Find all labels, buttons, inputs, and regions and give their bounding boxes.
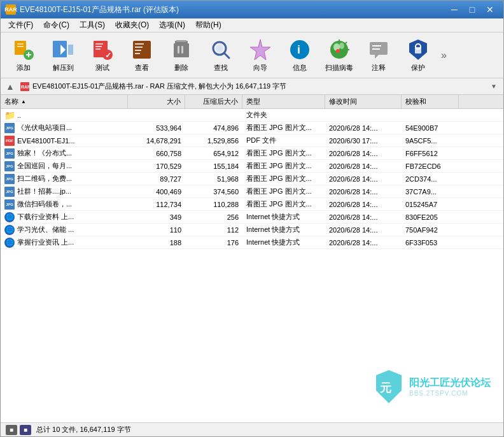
svg-rect-41 (372, 48, 380, 50)
file-list-body[interactable]: 📁 .. 文件夹 JPG 《光伏电站项目... 533,964 474,896 … (1, 109, 503, 422)
menu-favorites[interactable]: 收藏夹(O) (110, 18, 154, 32)
col-header-size[interactable]: 大小 (128, 95, 185, 108)
svg-rect-12 (95, 48, 101, 50)
menu-options[interactable]: 选项(N) (154, 18, 190, 32)
wizard-icon (249, 38, 272, 61)
file-size: 533,964 (128, 124, 185, 132)
svg-text:✓: ✓ (105, 51, 111, 60)
svg-point-33 (339, 43, 344, 49)
menu-file[interactable]: 文件(F) (3, 18, 38, 32)
file-packed: 112 (185, 226, 242, 234)
file-packed: 256 (185, 213, 242, 221)
protect-button[interactable]: 保护 (399, 35, 437, 76)
file-packed: 1,529,856 (185, 137, 242, 145)
file-type: Internet 快捷方式 (242, 225, 325, 234)
find-icon (209, 38, 232, 61)
file-name: 🌐 学习光伏、储能 ... (1, 225, 128, 235)
svg-rect-11 (95, 46, 102, 47)
toolbar-more[interactable]: » (438, 47, 449, 64)
address-dropdown[interactable]: ▼ (491, 83, 501, 90)
file-modified: 2020/6/30 17:... (325, 137, 402, 145)
file-packed: 110,288 (185, 201, 242, 208)
col-header-packed[interactable]: 压缩后大小 (185, 95, 242, 108)
file-type: 文件夹 (242, 110, 325, 120)
file-crc: 6F33F053 (402, 239, 459, 247)
status-icon-2: ■ (20, 425, 31, 435)
svg-point-34 (336, 49, 340, 53)
file-type: 看图王 JPG 图片文... (242, 199, 325, 209)
file-list-header: 名称 ▲ 大小 压缩后大小 类型 修改时间 校验和 (1, 95, 503, 109)
comment-label: 注释 (372, 64, 386, 72)
svg-rect-23 (178, 46, 179, 54)
svg-rect-1 (17, 43, 24, 45)
col-header-modified[interactable]: 修改时间 (325, 95, 402, 108)
comment-button[interactable]: 注释 (360, 35, 398, 76)
find-button[interactable]: 查找 (202, 35, 240, 76)
svg-rect-10 (95, 43, 103, 45)
file-name: JPG 微信扫码领卷，... (1, 199, 128, 210)
maximize-button[interactable]: □ (464, 3, 480, 16)
file-crc: 2CD374... (402, 175, 459, 183)
info-button[interactable]: i 信息 (281, 35, 319, 76)
table-row[interactable]: JPG 扫二维码，免费... 89,727 51,968 看图王 JPG 图片文… (1, 173, 503, 185)
file-size: 400,469 (128, 188, 185, 196)
extract-button[interactable]: 解压到 (44, 35, 82, 76)
window-controls: ─ □ ✕ (446, 3, 498, 16)
table-row[interactable]: 🌐 下载行业资料 上... 349 256 Internet 快捷方式 2020… (1, 211, 503, 224)
wizard-button[interactable]: 向导 (241, 35, 279, 76)
file-modified: 2020/6/28 14:... (325, 162, 402, 170)
col-header-type[interactable]: 类型 (242, 95, 325, 108)
main-content: 名称 ▲ 大小 压缩后大小 类型 修改时间 校验和 (1, 95, 503, 422)
file-modified: 2020/6/28 14:... (325, 124, 402, 132)
close-button[interactable]: ✕ (482, 3, 498, 16)
svg-rect-19 (135, 53, 140, 54)
file-crc: 015245A7 (402, 201, 459, 208)
address-text: EVE48100T-EJ15-01产品规格书.rar - RAR 压缩文件, 解… (32, 82, 488, 91)
info-label: 信息 (293, 64, 307, 72)
file-type: 看图王 JPG 图片文... (242, 148, 325, 158)
jpg-icon: JPG (4, 161, 15, 171)
table-row[interactable]: 📁 .. 文件夹 (1, 109, 503, 122)
file-name: 📁 .. (1, 110, 128, 120)
table-row[interactable]: 🌐 学习光伏、储能 ... 110 112 Internet 快捷方式 2020… (1, 224, 503, 236)
status-icons: ■ ■ (6, 425, 31, 435)
svg-point-27 (216, 45, 223, 52)
file-crc: F6FF5612 (402, 150, 459, 157)
table-row[interactable]: JPG 社群！招募....jp... 400,469 374,560 看图王 J… (1, 185, 503, 198)
table-row[interactable]: JPG 《光伏电站项目... 533,964 474,896 看图王 JPG 图… (1, 122, 503, 134)
svg-marker-39 (375, 55, 379, 59)
add-button[interactable]: 添加 (4, 35, 43, 76)
svg-rect-40 (372, 45, 381, 47)
file-name: JPG 独家！《分布式... (1, 148, 128, 159)
back-button[interactable]: ▲ (3, 80, 17, 94)
svg-marker-28 (250, 39, 270, 60)
svg-rect-16 (135, 43, 144, 45)
file-modified: 2020/6/28 14:... (325, 239, 402, 247)
menu-tools[interactable]: 工具(S) (74, 18, 110, 32)
url-icon: 🌐 (4, 212, 15, 222)
find-label: 查找 (214, 64, 228, 72)
view-button[interactable]: 查看 (123, 35, 161, 76)
file-crc: 830FE205 (402, 213, 459, 221)
minimize-button[interactable]: ─ (446, 3, 463, 16)
jpg-icon: JPG (4, 174, 15, 184)
status-icon-1: ■ (6, 425, 17, 435)
svg-text:RAR: RAR (21, 85, 30, 89)
col-header-crc[interactable]: 校验和 (402, 95, 459, 108)
table-row[interactable]: JPG 微信扫码领卷，... 112,734 110,288 看图王 JPG 图… (1, 198, 503, 211)
menu-help[interactable]: 帮助(H) (190, 18, 227, 32)
table-row[interactable]: JPG 全国巡回，每月... 170,529 155,184 看图王 JPG 图… (1, 160, 503, 173)
window-title: EVE48100T-EJ15-01产品规格书.rar (评估版本) (20, 4, 446, 15)
table-row[interactable]: PDF EVE48100T-EJ1... 14,678,291 1,529,85… (1, 134, 503, 147)
table-row[interactable]: JPG 独家！《分布式... 660,758 654,912 看图王 JPG 图… (1, 147, 503, 160)
test-button[interactable]: ✓ 测试 (83, 35, 122, 76)
menu-command[interactable]: 命令(C) (38, 18, 74, 32)
virus-scan-button[interactable]: 扫描病毒 (320, 35, 358, 76)
file-crc: 750AF942 (402, 226, 459, 234)
delete-button[interactable]: 删除 (162, 35, 200, 76)
col-header-name[interactable]: 名称 ▲ (1, 95, 128, 108)
file-packed: 374,560 (185, 188, 242, 196)
svg-line-36 (344, 42, 347, 45)
file-modified: 2020/6/28 14:... (325, 226, 402, 234)
table-row[interactable]: 🌐 掌握行业资讯 上... 188 176 Internet 快捷方式 2020… (1, 236, 503, 249)
